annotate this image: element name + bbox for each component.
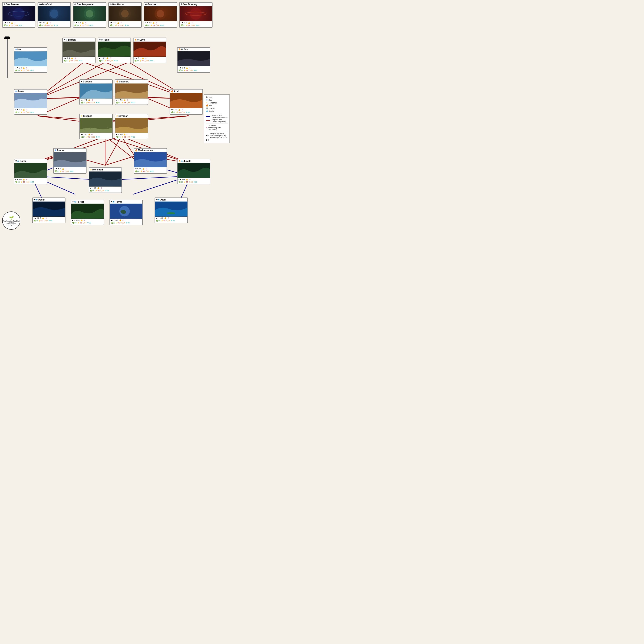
monsoon-stats: ●▼9-5 👍-1 🌿06 ⚡02 ⬡04 ❄02 bbox=[89, 187, 122, 193]
card-header-gas-frozen: ⚙ Gas Frozen bbox=[3, 3, 35, 6]
barren-stats: ●▼5-1 👍-8 🌿00 ⚡00 ⬡02 ❄16 bbox=[63, 57, 95, 63]
ocean-image bbox=[33, 202, 65, 217]
atoll-stats: ●▼10-6 👍-0 🌿08 ⚡06 ⬡04 ❄02 bbox=[155, 217, 187, 223]
svg-point-47 bbox=[156, 10, 164, 17]
card-header-savannah: ☀ Savanah bbox=[115, 114, 148, 118]
terran-type-icon: ☀🐟 bbox=[111, 201, 115, 203]
jungle-type-icon: 🔥🐟 bbox=[178, 160, 183, 162]
logo: 🌱 Terraformation Tree Chart Build:1.2.23… bbox=[2, 211, 20, 230]
ocean-type-icon: ☀🐟 bbox=[33, 199, 38, 201]
temperature-arrow bbox=[4, 36, 10, 79]
jungle-title: Jungle bbox=[184, 160, 191, 162]
gas-cold-type-icon: ⚙ bbox=[39, 3, 41, 6]
card-boreal: ❄🐟 Boreal ●▼9-5 👍-0 🌿06 ⚡00 ⬡03 ❄05 bbox=[14, 159, 47, 184]
gas-cold-title: Gas Cold bbox=[41, 3, 52, 6]
snow-image bbox=[14, 93, 47, 108]
card-barren: ❄💀 Barren ●▼5-1 👍-8 🌿00 ⚡00 ⬡02 ❄16 bbox=[62, 38, 96, 63]
card-desert: 🔥💀 Desert ●▼7-3 👍-3 🌿01 ⚡08 ⬡06 ❄00 bbox=[115, 79, 148, 105]
svg-point-41 bbox=[50, 10, 58, 18]
snow-title: Snow bbox=[17, 90, 24, 93]
card-monsoon: ☀ Monsoon ●▼9-5 👍-1 🌿06 ⚡02 ⬡04 ❄02 bbox=[89, 167, 122, 193]
monsoon-type-icon: ☀ bbox=[90, 169, 92, 171]
mediterranean-image bbox=[134, 152, 167, 167]
card-header-gas-hot: ⚙ Gas Hot bbox=[144, 3, 177, 6]
lava-title: Lava bbox=[140, 38, 145, 41]
card-header-ice: ❄ Ice bbox=[14, 48, 47, 51]
toxic-stats: ●▼5-1 👍-8 🌿03 ⚡02 ⬡08 ❄02 bbox=[98, 57, 131, 63]
monsoon-image bbox=[89, 172, 122, 187]
barren-image bbox=[63, 42, 95, 57]
svg-line-29 bbox=[105, 136, 121, 165]
savannah-type-icon: ☀ bbox=[116, 115, 118, 117]
card-savannah: ☀ Savanah ●▼9-5 👍-1 🌿04 ⚡03 ⬡05 ❄02 bbox=[115, 114, 148, 139]
legend-hot-label: Hot bbox=[209, 105, 212, 107]
gas-burning-title: Gas Burning bbox=[183, 3, 197, 6]
gas-temperate-type-icon: ⚙ bbox=[74, 3, 76, 6]
ocean-title: Ocean bbox=[38, 198, 45, 201]
ice-title: Ice bbox=[17, 48, 21, 51]
arctic-type-icon: ❄💀 bbox=[81, 81, 85, 83]
card-ash: 🔥💀 Ash ●▼6-2 👍-5 🌿00 ⚡12 ⬡04 ❄00 bbox=[177, 47, 210, 73]
ash-image bbox=[178, 51, 210, 66]
legend-riftborn-label: All Riftbornterraforming costs200 Indust… bbox=[208, 125, 221, 131]
card-header-gas-temperate: ⚙ Gas Temperate bbox=[73, 3, 106, 6]
card-tundra: ❄ Tundra ●▼9-5 👍-1 🌿06 ⚡00 ⬡03 ❄06 bbox=[53, 148, 87, 174]
forest-stats: ●▼10-6 👍-0 🌿08 ⚡02 ⬡04 ❄03 bbox=[71, 219, 104, 225]
card-steppes: ☀ Steppes ●▼9-5 👍-1 🌿04 ⚡02 ⬡05 ❄03 bbox=[79, 114, 113, 139]
card-header-jungle: 🔥🐟 Jungle bbox=[178, 159, 210, 163]
card-gas-burning: ⚙ Gas Burning ●▼3-2 👍-5 🌿00 ⚡26 ⬡00 ❄00 bbox=[179, 2, 213, 28]
savannah-stats: ●▼9-5 👍-1 🌿04 ⚡03 ⬡05 ❄02 bbox=[115, 133, 148, 139]
barren-type-icon: ❄💀 bbox=[64, 39, 68, 41]
card-arid: 🔥 Arid ●▼7-3 👍-3 🌿02 ⚡08 ⬡04 ❄00 bbox=[170, 89, 203, 115]
desert-title: Desert bbox=[121, 80, 129, 83]
gas-hot-type-icon: ⚙ bbox=[145, 3, 147, 6]
legend: ⚙Gas ❄Cold ☀Temperate 🔥Hot 💀Sterile 🐟Fer… bbox=[204, 94, 230, 143]
tundra-title: Tundra bbox=[57, 149, 64, 152]
ice-image bbox=[14, 51, 47, 66]
legend-blue-label: Requires tech:Evaporation Inhibitors bbox=[212, 114, 228, 118]
legend-sterile-label: Sterile bbox=[209, 107, 214, 109]
tundra-stats: ●▼9-5 👍-1 🌿06 ⚡00 ⬡03 ❄06 bbox=[54, 167, 86, 173]
jungle-stats: ●▼9-5 👍-0 🌿06 ⚡05 ⬡03 ❄00 bbox=[178, 178, 210, 184]
card-lava: 🔥💀 Lava ●▼5-1 👍-8 🌿00 ⚡16 ⬡02 ❄00 bbox=[133, 38, 166, 63]
boreal-image bbox=[14, 163, 47, 178]
tundra-type-icon: ❄ bbox=[55, 149, 56, 152]
ocean-stats: ●▼10-6 👍-0 🌿08 ⚡02 ⬡04 ❄06 bbox=[33, 217, 65, 223]
jungle-image bbox=[178, 163, 210, 178]
ice-type-icon: ❄ bbox=[15, 48, 17, 51]
steppes-image bbox=[80, 118, 112, 133]
lava-image bbox=[134, 42, 166, 57]
svg-point-38 bbox=[13, 8, 25, 20]
legend-fertile-label: Fertile bbox=[209, 110, 214, 112]
toxic-title: Toxic bbox=[103, 38, 109, 41]
forest-title: Forest bbox=[77, 200, 84, 203]
terran-stats: ●▼10-6 👍-0 🌿08 ⚡02 ⬡04 ❄04 bbox=[110, 219, 142, 225]
card-header-arctic: ❄💀 Arctic bbox=[80, 80, 112, 84]
arid-type-icon: 🔥 bbox=[171, 90, 173, 93]
boreal-stats: ●▼9-5 👍-0 🌿06 ⚡00 ⬡03 ❄05 bbox=[14, 178, 47, 184]
ash-type-icon: 🔥💀 bbox=[178, 48, 183, 50]
forest-image bbox=[71, 204, 104, 219]
desert-image bbox=[115, 84, 148, 99]
ash-title: Ash bbox=[184, 48, 188, 51]
steppes-stats: ●▼9-5 👍-1 🌿04 ⚡02 ⬡05 ❄03 bbox=[80, 133, 112, 139]
gas-frozen-type-icon: ⚙ bbox=[3, 3, 5, 6]
card-snow: ❄ Snow ●▼7-3 👍-3 🌿02 ⚡00 ⬡04 ❄08 bbox=[14, 89, 47, 115]
atoll-image bbox=[155, 202, 187, 217]
card-header-ash: 🔥💀 Ash bbox=[178, 48, 210, 51]
arid-title: Arid bbox=[174, 90, 179, 93]
desert-stats: ●▼7-3 👍-3 🌿01 ⚡08 ⬡06 ❄00 bbox=[115, 99, 148, 105]
gas-temperate-title: Gas Temperate bbox=[77, 3, 94, 6]
card-atoll: ☀🐟 Atoll ●▼10-6 👍-0 🌿08 ⚡06 ⬡04 ❄02 bbox=[155, 197, 188, 223]
toxic-type-icon: ☀💀 bbox=[99, 39, 103, 41]
atoll-title: Atoll bbox=[160, 198, 166, 201]
gas-burning-image bbox=[180, 6, 212, 21]
card-header-lava: 🔥💀 Lava bbox=[134, 38, 166, 42]
legend-slots-label: Range of populationslots from Huge to Ti… bbox=[210, 133, 227, 138]
toxic-image bbox=[98, 42, 131, 57]
card-header-ocean: ☀🐟 Ocean bbox=[33, 198, 65, 202]
boreal-title: Boreal bbox=[20, 160, 27, 162]
ash-stats: ●▼6-2 👍-5 🌿00 ⚡12 ⬡04 ❄00 bbox=[178, 66, 210, 72]
mediterranean-type-icon: 🔥 bbox=[135, 149, 138, 152]
legend-cold-label: Cold bbox=[208, 99, 212, 101]
